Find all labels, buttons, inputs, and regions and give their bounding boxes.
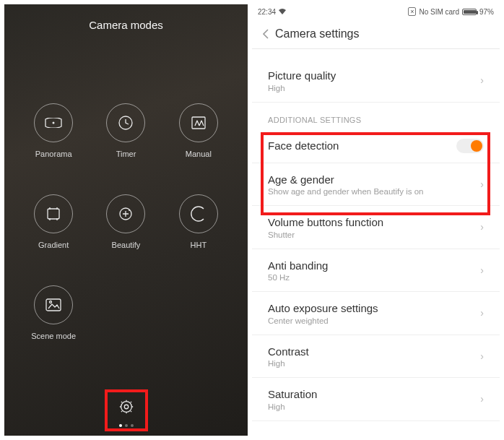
timer-icon — [106, 103, 145, 142]
mode-label: Scene mode — [31, 332, 76, 340]
mode-label: Gradient — [38, 241, 69, 249]
svg-point-7 — [124, 405, 129, 409]
battery-icon — [462, 9, 477, 15]
row-auto-exposure[interactable]: Auto exposure settings Center weighted › — [252, 292, 500, 335]
chevron-left-icon — [262, 28, 269, 40]
svg-rect-2 — [192, 117, 205, 129]
mode-label: Panorama — [35, 150, 72, 158]
mode-timer[interactable]: Timer — [90, 103, 162, 158]
row-saturation[interactable]: Saturation High › — [252, 378, 500, 421]
chevron-right-icon: › — [480, 393, 484, 405]
svg-rect-5 — [46, 299, 61, 311]
face-detection-toggle[interactable] — [456, 139, 484, 153]
row-volume-buttons[interactable]: Volume buttons function Shutter › — [252, 206, 500, 249]
mode-label: HHT — [191, 241, 207, 249]
settings-list: Picture quality High › ADDITIONAL SETTIN… — [252, 49, 500, 436]
svg-point-4 — [129, 210, 130, 211]
mode-label: Manual — [186, 150, 212, 158]
chevron-right-icon: › — [480, 350, 484, 362]
no-sim-icon: × — [408, 7, 416, 16]
mode-manual[interactable]: Manual — [162, 103, 235, 158]
mode-panorama[interactable]: Panorama — [17, 103, 90, 158]
manual-icon — [179, 103, 218, 142]
hht-icon — [179, 194, 218, 233]
status-time: 22:34 — [258, 8, 276, 16]
beautify-icon — [106, 194, 145, 233]
row-anti-banding[interactable]: Anti banding 50 Hz › — [252, 249, 500, 293]
camera-settings-panel: 22:34 × No SIM card 97% Camera settings … — [252, 4, 500, 436]
back-button[interactable] — [262, 28, 269, 40]
svg-point-0 — [53, 122, 55, 124]
gear-icon — [118, 399, 134, 415]
panorama-icon — [34, 103, 73, 142]
camera-modes-panel: Camera modes Panorama — [4, 4, 248, 436]
camera-modes-title: Camera modes — [4, 4, 248, 31]
mode-hht[interactable]: HHT — [162, 194, 235, 249]
row-age-gender[interactable]: Age & gender Show age and gender when Be… — [252, 163, 500, 207]
battery-percent: 97% — [479, 8, 494, 16]
mode-gradient[interactable]: Gradient — [17, 194, 90, 249]
chevron-right-icon: › — [480, 264, 484, 276]
chevron-right-icon: › — [480, 178, 484, 190]
row-contrast[interactable]: Contrast High › — [252, 335, 500, 379]
chevron-right-icon: › — [480, 307, 484, 319]
mode-scene[interactable]: Scene mode — [17, 285, 90, 340]
mode-label: Beautify — [112, 241, 141, 249]
svg-point-6 — [50, 301, 52, 303]
page-indicator — [119, 424, 134, 427]
sim-status: No SIM card — [419, 8, 459, 16]
camera-settings-button[interactable] — [115, 395, 138, 418]
row-picture-quality[interactable]: Picture quality High › — [252, 59, 500, 103]
row-face-detection[interactable]: Face detection — [252, 129, 500, 163]
camera-modes-grid: Panorama Timer — [4, 103, 248, 340]
svg-point-8 — [121, 402, 131, 413]
settings-title: Camera settings — [275, 27, 360, 40]
mode-beautify[interactable]: Beautify — [90, 194, 162, 249]
settings-header: Camera settings — [252, 19, 500, 49]
status-bar: 22:34 × No SIM card 97% — [252, 4, 500, 19]
chevron-right-icon: › — [480, 74, 484, 86]
scene-icon — [34, 285, 73, 324]
gradient-icon — [34, 194, 73, 233]
chevron-right-icon: › — [480, 221, 484, 233]
mode-label: Timer — [116, 150, 136, 158]
section-additional-settings: ADDITIONAL SETTINGS — [252, 103, 500, 129]
wifi-icon — [279, 9, 286, 14]
